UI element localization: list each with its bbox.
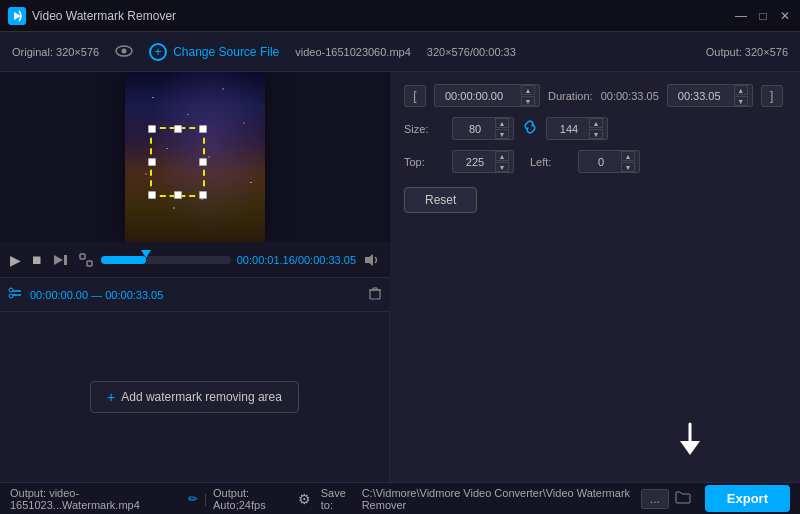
height-up[interactable]: ▲	[589, 118, 603, 128]
svg-rect-13	[370, 290, 380, 299]
original-size: Original: 320×576	[12, 46, 99, 58]
left-panel: ▶ ⏹ 00:00:01.16/00:00:33.05	[0, 72, 390, 482]
arrow-hint-area	[390, 221, 800, 482]
link-icon[interactable]	[522, 119, 538, 138]
clip-row: 00:00:00.00 — 00:00:33.05	[0, 278, 390, 312]
handle-middle-right[interactable]	[199, 158, 207, 166]
handle-bottom-middle[interactable]	[174, 191, 182, 199]
start-time-input[interactable]	[439, 88, 519, 104]
status-bar: Output: video-1651023...Watermark.mp4 ✏ …	[0, 482, 800, 514]
height-spinner: ▲ ▼	[589, 118, 603, 139]
add-watermark-area: + Add watermark removing area	[0, 312, 390, 482]
end-time-spinner: ▲ ▼	[734, 85, 748, 106]
trash-icon[interactable]	[368, 286, 382, 303]
timeline-fill	[101, 256, 146, 264]
gear-icon[interactable]: ⚙	[298, 491, 311, 507]
start-time-down[interactable]: ▼	[521, 96, 535, 106]
eye-icon[interactable]	[115, 43, 133, 61]
left-up[interactable]: ▲	[621, 151, 635, 161]
left-down[interactable]: ▼	[621, 162, 635, 172]
edit-icon[interactable]: ✏	[188, 492, 198, 506]
close-button[interactable]: ✕	[778, 9, 792, 23]
video-frame	[125, 72, 265, 242]
export-button[interactable]: Export	[705, 485, 790, 512]
app-icon	[8, 7, 26, 25]
duration-value: 00:00:33.05	[601, 90, 659, 102]
separator: |	[204, 492, 207, 506]
save-path: C:\Vidmore\Vidmore Video Converter\Video…	[362, 487, 635, 511]
titlebar: Video Watermark Remover — □ ✕	[0, 0, 800, 32]
top-input[interactable]	[457, 154, 493, 170]
timeline-bar[interactable]	[101, 256, 231, 264]
minimize-button[interactable]: —	[734, 9, 748, 23]
output-filename: Output: video-1651023...Watermark.mp4	[10, 487, 182, 511]
selection-box[interactable]	[150, 127, 205, 197]
stop-button[interactable]: ⏹	[29, 251, 45, 269]
crop-button[interactable]	[77, 251, 95, 269]
position-row: Top: ▲ ▼ Left: ▲ ▼	[404, 150, 786, 173]
clip-range: 00:00:00.00 — 00:00:33.05	[30, 289, 163, 301]
toolbar: Original: 320×576 + Change Source File v…	[0, 32, 800, 72]
left-spinner: ▲ ▼	[621, 151, 635, 172]
play-button[interactable]: ▶	[8, 250, 23, 270]
svg-marker-19	[680, 441, 700, 455]
svg-rect-7	[87, 261, 92, 266]
start-time-up[interactable]: ▲	[521, 85, 535, 95]
svg-marker-4	[54, 255, 63, 265]
svg-marker-8	[365, 254, 373, 266]
end-bracket-button[interactable]: ]	[761, 85, 783, 107]
handle-bottom-left[interactable]	[148, 191, 156, 199]
add-watermark-label: Add watermark removing area	[121, 390, 282, 404]
top-label: Top:	[404, 156, 444, 168]
reset-button[interactable]: Reset	[404, 187, 477, 213]
output-size: Output: 320×576	[706, 46, 788, 58]
file-info: 320×576/00:00:33	[427, 46, 516, 58]
add-watermark-button[interactable]: + Add watermark removing area	[90, 381, 299, 413]
start-bracket-button[interactable]: [	[404, 85, 426, 107]
start-time-spinner: ▲ ▼	[521, 85, 535, 106]
width-down[interactable]: ▼	[495, 129, 509, 139]
top-down[interactable]: ▼	[495, 162, 509, 172]
top-up[interactable]: ▲	[495, 151, 509, 161]
playback-controls: ▶ ⏹ 00:00:01.16/00:00:33.05	[0, 242, 390, 278]
right-panel: [ ▲ ▼ Duration: 00:00:33.05 ▲ ▼	[390, 72, 800, 482]
svg-rect-6	[80, 254, 85, 259]
step-forward-button[interactable]	[51, 251, 71, 269]
volume-button[interactable]	[362, 251, 382, 269]
handle-top-left[interactable]	[148, 125, 156, 133]
height-input[interactable]	[551, 121, 587, 137]
handle-top-right[interactable]	[199, 125, 207, 133]
width-up[interactable]: ▲	[495, 118, 509, 128]
window-controls: — □ ✕	[734, 9, 792, 23]
source-filename: video-1651023060.mp4	[295, 46, 411, 58]
video-preview	[0, 72, 390, 242]
end-time-up[interactable]: ▲	[734, 85, 748, 95]
handle-top-middle[interactable]	[174, 125, 182, 133]
time-settings: [ ▲ ▼ Duration: 00:00:33.05 ▲ ▼	[390, 72, 800, 221]
end-time-down[interactable]: ▼	[734, 96, 748, 106]
svg-point-3	[122, 48, 127, 53]
end-time-input[interactable]	[672, 88, 732, 104]
timeline-timecode: 00:00:01.16/00:00:33.05	[237, 254, 356, 266]
width-spinner: ▲ ▼	[495, 118, 509, 139]
plus-icon: +	[107, 389, 115, 405]
app-title: Video Watermark Remover	[32, 9, 176, 23]
save-label: Save to:	[321, 487, 356, 511]
height-down[interactable]: ▼	[589, 129, 603, 139]
handle-middle-left[interactable]	[148, 158, 156, 166]
arrow-hint	[670, 419, 710, 462]
browse-button[interactable]: ...	[641, 489, 669, 509]
svg-point-10	[9, 294, 13, 298]
reset-area: Reset	[404, 183, 786, 213]
size-label: Size:	[404, 123, 444, 135]
main-area: ▶ ⏹ 00:00:01.16/00:00:33.05	[0, 72, 800, 482]
handle-bottom-right[interactable]	[199, 191, 207, 199]
output-settings: Output: Auto;24fps	[213, 487, 292, 511]
left-input[interactable]	[583, 154, 619, 170]
change-source-button[interactable]: + Change Source File	[149, 43, 279, 61]
restore-button[interactable]: □	[756, 9, 770, 23]
svg-rect-5	[64, 255, 67, 265]
width-input[interactable]	[457, 121, 493, 137]
folder-icon[interactable]	[675, 490, 691, 507]
svg-point-9	[9, 288, 13, 292]
